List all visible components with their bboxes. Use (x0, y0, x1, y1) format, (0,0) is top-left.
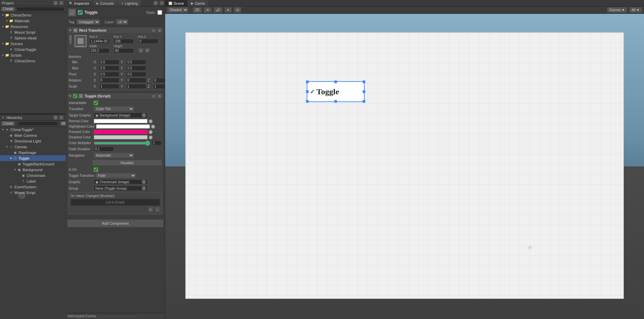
inspector-menu-btn[interactable]: ≡ (159, 1, 164, 5)
pivot-x[interactable] (99, 72, 119, 77)
toggle-transition-dropdown[interactable]: Fade (96, 173, 136, 178)
scene-audio-btn[interactable]: 🔊 (214, 7, 222, 13)
project-menu-btn[interactable]: ≡ (59, 1, 64, 5)
interactable-checkbox[interactable] (94, 101, 98, 105)
scene-toggle-element[interactable]: ✓ Toggle (307, 82, 364, 102)
anchor-min-y[interactable] (126, 60, 146, 65)
scale-x[interactable] (99, 84, 119, 89)
rt-btn2[interactable]: R (145, 48, 150, 53)
anchor-max-y[interactable] (126, 66, 146, 71)
color-multiplier-slider[interactable] (94, 141, 150, 145)
rect-lock-btn[interactable]: ⊡ (151, 28, 156, 33)
tree-item-resources[interactable]: ▼ 📁 Resources (0, 24, 66, 29)
create-label[interactable]: Create (1, 7, 15, 11)
normal-color-picker[interactable] (149, 119, 153, 123)
tree-item-chinar-toggle[interactable]: ▶ ≡ ChinarToggle (0, 46, 66, 52)
tree-item-materials[interactable]: ▼ 📁 Materials (0, 18, 66, 24)
tree-item-mount-script[interactable]: ▶ # Mount Script (0, 29, 66, 35)
rect-settings-btn[interactable]: ⚙ (157, 28, 162, 33)
tab-console[interactable]: ▶ Console (93, 0, 117, 6)
normal-color-swatch[interactable] (94, 119, 148, 123)
hierarchy-main-camera[interactable]: ▶ ◉ Main Camera (0, 132, 66, 138)
hierarchy-label[interactable]: ▶ T Label (0, 178, 66, 184)
hierarchy-rawimage[interactable]: ▶ ▣ RawImage (0, 150, 66, 155)
rotation-y[interactable] (126, 78, 146, 83)
event-add-btn[interactable]: + (148, 207, 153, 212)
visualize-btn[interactable]: Visualize (92, 160, 162, 166)
add-component-button[interactable]: Add Component (67, 219, 163, 227)
object-enabled-checkbox[interactable] (78, 10, 83, 15)
toggle-script-enabled[interactable] (73, 94, 77, 98)
hierarchy-canvas[interactable]: ▼ □ Canvas (0, 144, 66, 150)
tab-inspector[interactable]: 🔍 Inspector (66, 0, 93, 6)
height-input[interactable] (114, 48, 134, 53)
toggle-script-lock-btn[interactable]: ⊡ (151, 94, 156, 98)
scale-y[interactable] (126, 84, 146, 89)
tree-item-scenes[interactable]: ▼ 📁 Scenes (0, 41, 66, 46)
width-input[interactable] (89, 48, 110, 53)
tab-scene[interactable]: ⬜ Scene (165, 0, 188, 6)
tab-lighting[interactable]: ☀ Lighting (118, 0, 142, 6)
static-checkbox[interactable] (157, 10, 162, 15)
inspector-lock-btn[interactable]: ⊡ (153, 1, 158, 5)
toggle-script-header[interactable]: ▼ ☑ Toggle (Script) ⊡ ⚙ (67, 93, 163, 99)
pressed-color-swatch[interactable] (94, 130, 148, 134)
hierarchy-background[interactable]: ▼ ▣ Background (0, 167, 66, 172)
fade-duration-input[interactable] (94, 147, 114, 152)
hierarchy-mount-script[interactable]: ▶ # Mount Script (0, 190, 66, 195)
pos-z-input[interactable] (138, 39, 158, 44)
tree-item-sphere-head[interactable]: ▶ # Sphere-Head (0, 35, 66, 41)
hierarchy-create-label[interactable]: Create (1, 121, 15, 126)
pos-x-input[interactable] (89, 39, 110, 44)
scene-view-btn[interactable]: ⊡ (234, 7, 241, 13)
disabled-color-picker[interactable] (149, 135, 153, 139)
gizmos-all-btn[interactable]: All ▼ (629, 7, 642, 13)
color-multiplier-input[interactable] (152, 140, 162, 146)
target-graphic-picker[interactable] (142, 113, 146, 117)
hierarchy-togglebackground[interactable]: ▶ ▣ ToggleBackGround (0, 161, 66, 167)
tab-game[interactable]: ▶ Game (188, 0, 209, 6)
pivot-y[interactable] (126, 72, 146, 77)
highlighted-color-swatch[interactable] (96, 124, 150, 129)
hierarchy-scene[interactable]: ▼ ≡ ChinarToggle* (0, 127, 66, 132)
gizmos-button[interactable]: Gizmos ▼ (607, 7, 627, 13)
rt-btn1[interactable]: ⊡ (138, 48, 144, 53)
anchor-min-x[interactable] (99, 60, 119, 65)
group-picker[interactable] (142, 186, 146, 190)
graphic-picker[interactable] (142, 180, 146, 184)
hierarchy-checkmark[interactable]: ▶ ▣ Checkmark (0, 172, 66, 178)
hierarchy-toggle[interactable]: ▼ ☑ Toggle (0, 155, 66, 161)
rotation-z[interactable] (153, 78, 165, 83)
navigation-dropdown[interactable]: Automatic (94, 153, 134, 158)
rect-transform-header[interactable]: ▼ ⊞ Rect Transform ⊡ ⚙ (67, 27, 163, 34)
scene-fx-btn[interactable]: ✦ (224, 7, 232, 13)
project-search-input[interactable] (16, 7, 64, 11)
2d-btn[interactable]: 2D (193, 7, 202, 13)
hierarchy-menu-btn[interactable]: ≡ (59, 115, 64, 120)
highlighted-color-picker[interactable] (151, 125, 155, 129)
shaded-dropdown[interactable]: Shaded (167, 7, 188, 13)
tree-item-scripts[interactable]: ▼ 📁 Scripts (0, 52, 66, 58)
graphic-field[interactable]: ▣ Checkmark (Image) (94, 179, 148, 185)
toggle-script-settings-btn[interactable]: ⚙ (157, 94, 162, 98)
is-on-checkbox[interactable] (94, 167, 98, 172)
target-graphic-field[interactable]: ▣ Background (Image) (94, 113, 148, 118)
scale-z[interactable] (153, 84, 165, 89)
project-lock-btn[interactable]: ⊡ (53, 1, 58, 5)
tag-dropdown[interactable]: Untagged (76, 19, 100, 25)
group-field[interactable]: None (Toggle Group) (94, 186, 148, 191)
hierarchy-dir-light[interactable]: ▶ ☀ Directional Light (0, 138, 66, 144)
rotation-x[interactable] (99, 78, 119, 83)
pos-y-input[interactable] (114, 39, 134, 44)
anchor-max-x[interactable] (99, 66, 119, 71)
scene-light-btn[interactable]: ☀ (204, 7, 212, 13)
hierarchy-eventsystem[interactable]: ▶ ⚙ EventSystem (0, 184, 66, 190)
pressed-color-picker[interactable] (149, 130, 153, 134)
disabled-color-swatch[interactable] (94, 135, 148, 139)
tree-item-script-chinardemo[interactable]: ▶ # ChinarDemo (0, 58, 66, 64)
transition-dropdown[interactable]: Color Tint (94, 106, 134, 111)
layer-dropdown[interactable]: UI (116, 19, 128, 25)
hierarchy-search-input[interactable] (18, 121, 58, 126)
hierarchy-lock-btn[interactable]: ⊡ (53, 115, 58, 120)
event-remove-btn[interactable]: - (155, 207, 160, 212)
